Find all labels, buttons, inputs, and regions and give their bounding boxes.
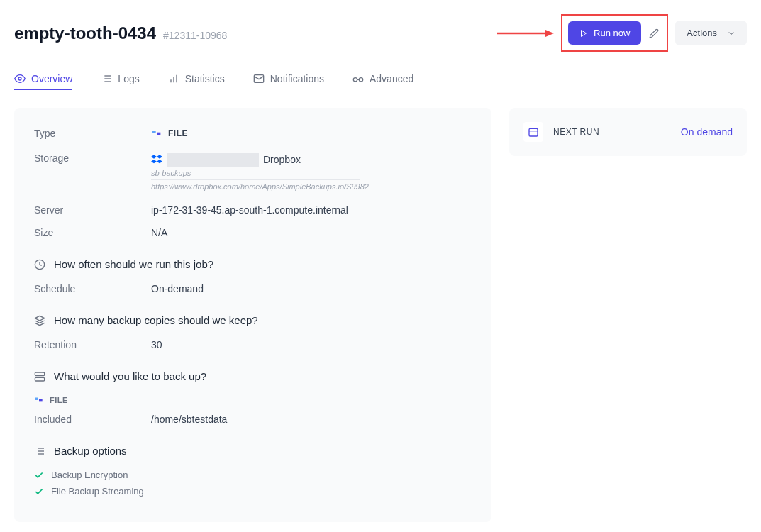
next-run-value[interactable]: On demand bbox=[681, 126, 733, 138]
svg-marker-20 bbox=[35, 316, 44, 321]
details-panel: Type FILE Storage Dropbox sb-backups htt… bbox=[14, 108, 491, 522]
svg-rect-18 bbox=[157, 133, 160, 135]
calendar-icon bbox=[523, 122, 543, 142]
list-icon bbox=[34, 445, 45, 457]
svg-point-14 bbox=[353, 78, 357, 82]
included-value: /home/sbtestdata bbox=[151, 414, 227, 425]
retention-value: 30 bbox=[151, 339, 162, 350]
svg-point-15 bbox=[359, 78, 362, 82]
svg-marker-1 bbox=[545, 30, 554, 37]
tab-advanced[interactable]: Advanced bbox=[352, 73, 413, 90]
chevron-down-icon bbox=[727, 29, 735, 38]
dropbox-icon bbox=[151, 154, 162, 165]
run-now-button[interactable]: Run now bbox=[568, 21, 641, 45]
storage-label: Storage bbox=[34, 153, 151, 164]
list-icon bbox=[101, 73, 112, 84]
retention-section-header: How many backup copies should we keep? bbox=[34, 314, 472, 326]
storage-url: https://www.dropbox.com/home/Apps/Simple… bbox=[151, 180, 360, 193]
server-label: Server bbox=[34, 204, 151, 216]
schedule-section-header: How often should we run this job? bbox=[34, 258, 472, 270]
layers-icon bbox=[34, 315, 45, 326]
mail-icon bbox=[253, 73, 265, 84]
size-value: N/A bbox=[151, 227, 167, 238]
backup-section-header: What would you like to back up? bbox=[34, 370, 472, 382]
type-label: Type bbox=[34, 128, 151, 139]
check-icon bbox=[34, 487, 44, 497]
tab-statistics[interactable]: Statistics bbox=[168, 73, 225, 90]
svg-marker-2 bbox=[582, 30, 587, 36]
file-icon bbox=[151, 128, 162, 139]
file-mini-badge: FILE bbox=[34, 395, 472, 405]
tab-notifications[interactable]: Notifications bbox=[253, 73, 324, 90]
eye-icon bbox=[14, 73, 26, 84]
play-icon bbox=[579, 29, 588, 38]
edit-button[interactable] bbox=[647, 26, 661, 40]
server-value: ip-172-31-39-45.ap-south-1.compute.inter… bbox=[151, 204, 348, 216]
next-run-card: NEXT RUN On demand bbox=[509, 108, 747, 156]
server-icon bbox=[34, 371, 45, 382]
run-now-label: Run now bbox=[594, 28, 630, 38]
option-streaming: File Backup Streaming bbox=[34, 486, 472, 497]
tab-overview[interactable]: Overview bbox=[14, 73, 72, 90]
svg-rect-23 bbox=[35, 398, 38, 401]
type-badge: FILE bbox=[151, 128, 188, 139]
svg-rect-31 bbox=[529, 128, 538, 136]
included-label: Included bbox=[34, 414, 151, 425]
svg-rect-17 bbox=[152, 131, 155, 133]
options-section-header: Backup options bbox=[34, 445, 472, 457]
svg-point-3 bbox=[18, 77, 21, 80]
highlight-box: Run now bbox=[561, 14, 668, 52]
schedule-value: On-demand bbox=[151, 283, 204, 294]
redacted-storage-name bbox=[167, 153, 259, 167]
tabs: Overview Logs Statistics Notifications A… bbox=[14, 73, 747, 90]
option-encryption: Backup Encryption bbox=[34, 470, 472, 480]
tab-logs[interactable]: Logs bbox=[101, 73, 139, 90]
size-label: Size bbox=[34, 227, 151, 238]
retention-label: Retention bbox=[34, 339, 151, 350]
storage-value: Dropbox bbox=[263, 154, 301, 165]
bar-chart-icon bbox=[168, 73, 179, 84]
annotation-arrow bbox=[497, 26, 554, 40]
svg-rect-24 bbox=[39, 399, 43, 402]
actions-dropdown[interactable]: Actions bbox=[675, 21, 747, 45]
next-run-label: NEXT RUN bbox=[553, 127, 599, 137]
storage-bucket: sb-backups bbox=[151, 167, 360, 180]
pencil-icon bbox=[649, 28, 659, 38]
page-id: #12311-10968 bbox=[163, 30, 227, 41]
glasses-icon bbox=[352, 73, 364, 84]
svg-rect-22 bbox=[35, 377, 44, 381]
schedule-label: Schedule bbox=[34, 283, 151, 294]
actions-label: Actions bbox=[687, 28, 717, 38]
file-icon bbox=[34, 395, 44, 405]
page-title-group: empty-tooth-0434 #12311-10968 bbox=[14, 23, 227, 43]
check-icon bbox=[34, 470, 44, 480]
clock-icon bbox=[34, 259, 45, 270]
svg-rect-21 bbox=[35, 372, 44, 376]
page-title: empty-tooth-0434 bbox=[14, 23, 156, 43]
